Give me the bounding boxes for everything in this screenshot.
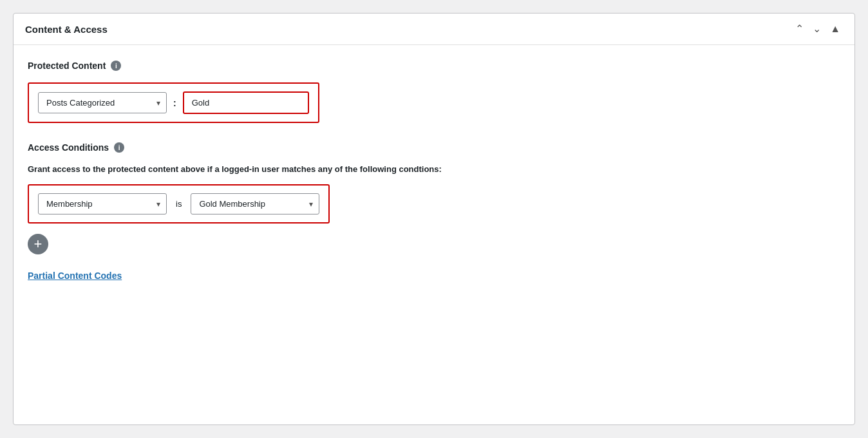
collapse-down-button[interactable]: ⌄ [810, 23, 824, 35]
protected-content-row: Posts Categorized Posts Tagged Single Po… [28, 82, 319, 123]
condition-type-select-wrapper: Membership Role Capability [38, 193, 167, 214]
collapse-up-button[interactable]: ⌃ [793, 23, 806, 35]
category-value-input[interactable] [183, 91, 309, 114]
condition-value-select-wrapper: Gold Membership Silver Membership Bronze… [191, 193, 319, 214]
access-conditions-title: Access Conditions i [28, 142, 840, 153]
condition-value-select[interactable]: Gold Membership Silver Membership Bronze… [191, 193, 319, 214]
partial-content-codes-link[interactable]: Partial Content Codes [28, 271, 122, 281]
protected-content-label: Protected Content [28, 61, 106, 71]
access-conditions-section: Access Conditions i Grant access to the … [28, 142, 840, 281]
condition-type-select[interactable]: Membership Role Capability [38, 193, 167, 214]
panel-title: Content & Access [25, 24, 108, 35]
partial-content-link-wrapper: Partial Content Codes [28, 270, 840, 281]
is-operator-text: is [176, 199, 182, 209]
protected-content-info-icon[interactable]: i [111, 61, 121, 71]
add-condition-button[interactable]: + [28, 234, 48, 254]
protected-content-title: Protected Content i [28, 61, 840, 71]
category-select[interactable]: Posts Categorized Posts Tagged Single Po… [38, 92, 167, 113]
panel-body: Protected Content i Posts Categorized Po… [14, 45, 854, 310]
panel-controls: ⌃ ⌄ ▲ [793, 23, 843, 35]
colon-separator: : [173, 98, 176, 108]
add-condition-icon: + [34, 237, 42, 251]
access-conditions-label: Access Conditions [28, 142, 109, 153]
category-select-wrapper: Posts Categorized Posts Tagged Single Po… [38, 92, 167, 113]
grant-access-text: Grant access to the protected content ab… [28, 164, 840, 174]
panel-header: Content & Access ⌃ ⌄ ▲ [14, 14, 854, 45]
access-conditions-info-icon[interactable]: i [114, 142, 124, 153]
expand-button[interactable]: ▲ [827, 23, 843, 35]
content-access-panel: Content & Access ⌃ ⌄ ▲ Protected Content… [13, 13, 855, 425]
condition-row: Membership Role Capability is Gold Membe… [28, 184, 330, 224]
